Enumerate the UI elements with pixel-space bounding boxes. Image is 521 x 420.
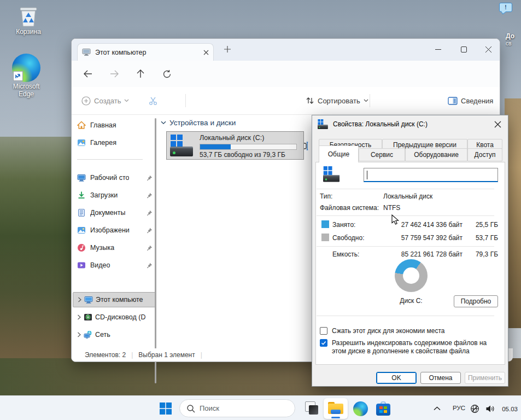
start-button[interactable] bbox=[155, 398, 176, 419]
status-divider: | bbox=[201, 351, 202, 359]
drive-item-c[interactable]: Локальный диск (C:) 53,7 ГБ свободно из … bbox=[166, 131, 304, 160]
section-title: Устройства и диски bbox=[169, 119, 236, 127]
tray-chevron-up-icon[interactable] bbox=[430, 398, 444, 419]
notification-bubble-icon[interactable]: ! bbox=[499, 3, 512, 12]
edge-taskbar-button[interactable] bbox=[350, 398, 371, 419]
divider bbox=[317, 215, 494, 216]
page-drive-icon bbox=[323, 166, 342, 184]
this-pc-icon bbox=[84, 295, 93, 304]
chevron-right-icon bbox=[77, 314, 81, 320]
details-button[interactable]: Подробно bbox=[454, 295, 498, 307]
sidebar-item-cd-drive[interactable]: CD-дисковод (D bbox=[73, 310, 156, 325]
dialog-close-icon[interactable] bbox=[494, 121, 501, 128]
tab-hardware[interactable]: Оборудование bbox=[405, 148, 467, 161]
details-pane-button[interactable]: Сведения bbox=[448, 92, 493, 109]
sidebar-item-downloads[interactable]: Загрузки bbox=[74, 188, 155, 203]
music-icon bbox=[77, 243, 86, 252]
explorer-tab[interactable]: Этот компьютер bbox=[77, 43, 214, 61]
windows-logo-icon bbox=[159, 402, 172, 415]
minimize-button[interactable] bbox=[426, 39, 450, 60]
taskbar-search-placeholder: Поиск bbox=[200, 404, 219, 412]
close-button[interactable] bbox=[476, 39, 500, 60]
documents-icon bbox=[77, 208, 86, 217]
file-explorer-taskbar-button[interactable] bbox=[324, 398, 348, 419]
index-checkbox[interactable] bbox=[320, 339, 327, 347]
language-indicator[interactable]: РУС bbox=[453, 405, 465, 411]
tab-general[interactable]: Общие bbox=[319, 145, 359, 162]
edge-label: Microsoft Edge bbox=[7, 83, 45, 98]
sidebar-item-home[interactable]: Главная bbox=[74, 118, 155, 133]
donut-label: Диск C: bbox=[384, 297, 438, 305]
sort-arrows-icon bbox=[306, 96, 314, 105]
sidebar-item-this-pc[interactable]: Этот компьюте bbox=[73, 292, 156, 307]
dialog-title: Свойства: Локальный диск (C:) bbox=[333, 120, 428, 128]
edge-shortcut[interactable]: Microsoft Edge bbox=[3, 54, 49, 98]
tab-title: Этот компьютер bbox=[95, 49, 146, 56]
divider bbox=[317, 246, 494, 247]
section-devices-and-drives[interactable]: Устройства и диски bbox=[161, 119, 236, 127]
store-taskbar-button[interactable] bbox=[373, 398, 394, 419]
status-divider: | bbox=[131, 351, 133, 359]
cd-drive-icon bbox=[84, 313, 92, 322]
sidebar-item-documents[interactable]: Документы bbox=[74, 205, 155, 220]
clock-date[interactable]: 05.03 bbox=[502, 406, 518, 412]
create-button[interactable]: Создать bbox=[81, 92, 129, 109]
type-label: Тип: bbox=[320, 192, 332, 200]
ok-button[interactable]: OK bbox=[376, 372, 417, 384]
toolbar-separator2 bbox=[370, 94, 370, 107]
partial-desktop-icon-label: До св bbox=[506, 33, 521, 46]
pin-icon bbox=[147, 228, 153, 234]
taskbar: Поиск РУС 05.03 bbox=[0, 395, 521, 420]
refresh-icon[interactable] bbox=[159, 66, 175, 81]
sidebar-item-music[interactable]: Музыка bbox=[74, 240, 155, 255]
back-icon[interactable] bbox=[80, 66, 96, 81]
sidebar-item-desktop[interactable]: Рабочий сто bbox=[74, 170, 155, 185]
sidebar-scrollbar[interactable] bbox=[155, 118, 156, 383]
task-view-button[interactable] bbox=[302, 398, 323, 419]
downloads-icon bbox=[77, 191, 86, 200]
sort-button[interactable]: Сортировать bbox=[306, 92, 368, 109]
up-icon[interactable] bbox=[132, 66, 149, 81]
sidebar-item-videos[interactable]: Видео bbox=[74, 258, 155, 273]
tab-close-icon[interactable] bbox=[203, 50, 209, 55]
sidebar-item-network[interactable]: Сеть bbox=[73, 327, 156, 342]
sidebar-label: Рабочий сто bbox=[90, 174, 129, 182]
sidebar-item-pictures[interactable]: Изображени bbox=[74, 223, 155, 238]
file-explorer-icon bbox=[328, 402, 343, 415]
details-pane-icon bbox=[448, 97, 458, 105]
tab-tools[interactable]: Сервис bbox=[359, 148, 405, 161]
divider bbox=[317, 189, 494, 189]
chevron-down-icon bbox=[364, 99, 368, 102]
compress-checkbox[interactable] bbox=[320, 327, 327, 335]
chevron-right-icon bbox=[78, 297, 81, 302]
apply-button[interactable]: Применить bbox=[465, 372, 505, 384]
new-tab-button[interactable] bbox=[224, 45, 231, 53]
volume-icon[interactable] bbox=[482, 398, 497, 419]
index-checkbox-row[interactable]: Разрешить индексировать содержимое файло… bbox=[320, 339, 496, 355]
properties-dialog: Свойства: Локальный диск (C:) Безопаснос… bbox=[312, 115, 508, 387]
compress-checkbox-row[interactable]: Сжать этот диск для экономии места bbox=[320, 327, 496, 335]
create-label: Создать bbox=[94, 97, 121, 105]
network-globe-icon[interactable] bbox=[467, 398, 482, 419]
sidebar-label: Галерея bbox=[90, 139, 116, 147]
cancel-button[interactable]: Отмена bbox=[420, 372, 461, 384]
chevron-right-icon bbox=[77, 332, 81, 337]
forward-icon[interactable] bbox=[106, 66, 122, 81]
sidebar-item-gallery[interactable]: Галерея bbox=[74, 135, 155, 150]
tab-monitor-icon bbox=[82, 48, 91, 56]
search-icon bbox=[186, 404, 195, 413]
divider bbox=[317, 316, 494, 316]
maximize-button[interactable] bbox=[452, 39, 476, 60]
dialog-title-bar[interactable]: Свойства: Локальный диск (C:) bbox=[312, 115, 508, 133]
capacity-bytes: 85 221 961 728 байт bbox=[397, 250, 463, 258]
pin-icon bbox=[147, 262, 153, 269]
drive-label-input[interactable] bbox=[364, 168, 498, 182]
active-app-indicator bbox=[331, 417, 340, 418]
drive-free-space: 53,7 ГБ свободно из 79,3 ГБ bbox=[200, 151, 285, 159]
tab-sharing[interactable]: Доступ bbox=[467, 148, 502, 161]
recycle-bin-shortcut[interactable]: Корзина bbox=[5, 3, 51, 36]
status-item-count: Элементов: 2 bbox=[85, 351, 126, 359]
drive-name: Локальный диск (C:) bbox=[200, 134, 264, 142]
taskbar-search[interactable]: Поиск bbox=[179, 399, 295, 417]
mouse-cursor bbox=[391, 214, 400, 225]
